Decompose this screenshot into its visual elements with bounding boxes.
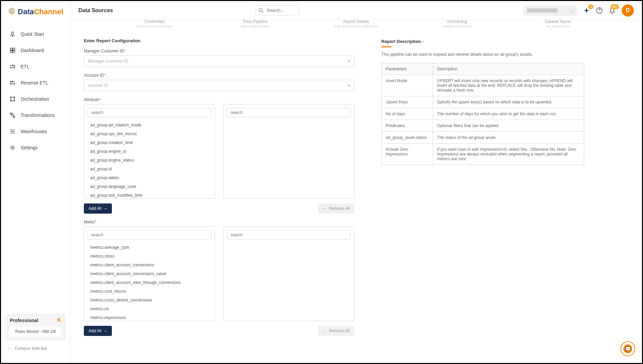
metric-search-left[interactable]: [88, 230, 211, 240]
wizard-step[interactable]: Dataset NameSet dataset name: [507, 20, 608, 28]
list-item[interactable]: ad_group.last_modified_time: [87, 191, 212, 198]
chevron-down-icon: ▾: [348, 83, 350, 88]
table-row: Insert ModeUPSERT will insert only new r…: [382, 75, 584, 96]
arrow-right-icon: →: [103, 329, 107, 333]
metric-items[interactable]: metrics.average_cpmmetrics.clicksmetrics…: [84, 243, 215, 321]
brand-logo[interactable]: DataChannel: [1, 7, 70, 26]
list-item[interactable]: metrics.cross_device_conversions: [87, 296, 212, 305]
svg-point-7: [10, 67, 11, 68]
nav-dashboard[interactable]: Dashboard: [6, 42, 65, 58]
list-item[interactable]: metrics.client_account_conversions_value: [87, 269, 212, 278]
attribute-add-all-button[interactable]: Add All→: [84, 203, 112, 214]
nav-etl[interactable]: ETL: [6, 58, 65, 75]
wizard-steps: CredentialsSelect your account details D…: [84, 20, 628, 28]
metric-remove-all-button[interactable]: ←Remove All: [318, 326, 354, 336]
wizard-step[interactable]: SchedulingSchedule data pipeline: [407, 20, 507, 28]
nav-quick-start[interactable]: Quick Start: [6, 26, 65, 42]
metric-selected-items[interactable]: [223, 243, 354, 321]
sidebar-footer: Professional⇱ Rows Moved - 569.1M Collap…: [1, 310, 70, 357]
table-row: Include Zero ImpressionsIf you want rows…: [382, 144, 584, 165]
list-item[interactable]: metrics.clicks: [87, 252, 212, 261]
svg-point-0: [9, 8, 15, 14]
list-item[interactable]: ad_group.labels: [87, 173, 212, 182]
list-item[interactable]: ad_group.id: [87, 165, 212, 173]
table-row: PredicatesOptional filters that can be a…: [382, 120, 584, 132]
nav-orchestration[interactable]: Orchestration: [6, 91, 65, 107]
etl-icon: [9, 63, 16, 70]
collapse-sidebar[interactable]: Collapse Side Bar: [5, 344, 66, 353]
list-item[interactable]: metrics.client_account_conversions: [87, 261, 212, 269]
metric-label: Metric*: [84, 220, 354, 224]
nav-label: ETL: [21, 64, 29, 69]
chat-button[interactable]: 💬: [620, 341, 635, 356]
sidebar: DataChannel Quick Start Dashboard ETL Re…: [1, 1, 70, 363]
gear-icon: [9, 144, 16, 151]
chevron-down-icon: ▾: [348, 59, 350, 64]
svg-point-16: [12, 147, 14, 149]
list-item[interactable]: ad_group.engine_status: [87, 156, 212, 165]
attribute-items[interactable]: ad_group.ad_rotation_modead_group.cpc_bi…: [84, 121, 215, 198]
list-item[interactable]: ad_group.ad_rotation_mode: [87, 121, 212, 129]
list-item[interactable]: ad_group.language_code: [87, 182, 212, 191]
notifications-button[interactable]: 99+: [609, 7, 616, 14]
account-id-dropdown[interactable]: Account ID▾: [84, 80, 354, 91]
nav-settings[interactable]: Settings: [6, 140, 65, 156]
list-item[interactable]: metrics.ctr: [87, 305, 212, 313]
attribute-selected-items[interactable]: [223, 121, 354, 198]
transformations-icon: [9, 112, 16, 119]
nav-transformations[interactable]: Transformations: [6, 107, 65, 123]
help-button[interactable]: [596, 7, 603, 14]
attribute-remove-all-button[interactable]: ←Remove All: [318, 203, 354, 214]
nav-label: Dashboard: [21, 48, 44, 53]
page-title: Data Sources: [78, 7, 113, 14]
list-item[interactable]: ad_group.creation_time: [87, 138, 212, 147]
svg-point-8: [10, 81, 11, 82]
svg-point-11: [14, 97, 15, 98]
manager-customer-id-dropdown[interactable]: Manager Customer ID▾: [84, 55, 354, 67]
search-box: [256, 5, 300, 16]
svg-point-6: [14, 65, 15, 66]
search-icon: [258, 8, 264, 13]
workspace-selector[interactable]: ⌄: [523, 5, 577, 16]
attribute-selected-list: [223, 104, 354, 199]
list-item[interactable]: metrics.impressions: [87, 313, 212, 321]
nav-label: Settings: [21, 145, 38, 150]
wizard-step[interactable]: Report DetailsEnter data pipeline config…: [306, 20, 406, 28]
nav-label: Transformations: [21, 113, 55, 118]
content: CredentialsSelect your account details D…: [70, 20, 642, 363]
nav-warehouses[interactable]: Warehouses: [6, 123, 65, 140]
metric-add-all-button[interactable]: Add All→: [84, 326, 112, 336]
table-row: Upsert KeysSpecify the upsert key(s) bas…: [382, 96, 584, 108]
wizard-step[interactable]: Data PipelineSelect a data pipeline: [205, 20, 306, 28]
nav-label: Reverse ETL: [21, 80, 48, 86]
manager-customer-id-label: Manager Customer ID*: [84, 49, 354, 53]
description-underline: [381, 46, 391, 47]
metric-search-right[interactable]: [227, 230, 351, 240]
reverse-etl-icon: [9, 79, 16, 86]
list-item[interactable]: ad_group.engine_id: [87, 147, 212, 156]
avatar[interactable]: D: [622, 4, 634, 17]
plan-name: Professional: [10, 318, 38, 323]
parameters-table: ParametersDescription Insert ModeUPSERT …: [381, 63, 584, 165]
nav-reverse-etl[interactable]: Reverse ETL: [6, 75, 65, 91]
plan-rows: Rows Moved - 569.1M: [10, 326, 61, 337]
orchestration-icon: [9, 96, 16, 102]
table-row: No of daysThe number of days for which y…: [382, 108, 584, 120]
list-item[interactable]: metrics.average_cpm: [87, 243, 212, 252]
arrow-left-icon: ←: [323, 329, 327, 333]
attribute-search-left[interactable]: [88, 108, 211, 117]
list-item[interactable]: ad_group.cpc_bid_micros: [87, 129, 212, 138]
form-column: Enter Report Configuration Manager Custo…: [84, 38, 354, 342]
description-title: Report Description: [381, 39, 421, 44]
sparkle-button[interactable]: 6: [583, 7, 590, 14]
chevron-down-icon: ⌄: [570, 8, 573, 13]
list-item[interactable]: metrics.client_account_view_through_conv…: [87, 278, 212, 287]
svg-point-9: [14, 83, 15, 84]
plan-card[interactable]: Professional⇱ Rows Moved - 569.1M: [5, 314, 66, 341]
wizard-step[interactable]: CredentialsSelect your account details: [104, 20, 205, 28]
svg-rect-5: [13, 51, 15, 53]
warehouses-icon: [9, 128, 16, 135]
list-item[interactable]: metrics.cost_micros: [87, 287, 212, 296]
attribute-search-right[interactable]: [227, 108, 351, 117]
rocket-icon: [9, 31, 16, 38]
